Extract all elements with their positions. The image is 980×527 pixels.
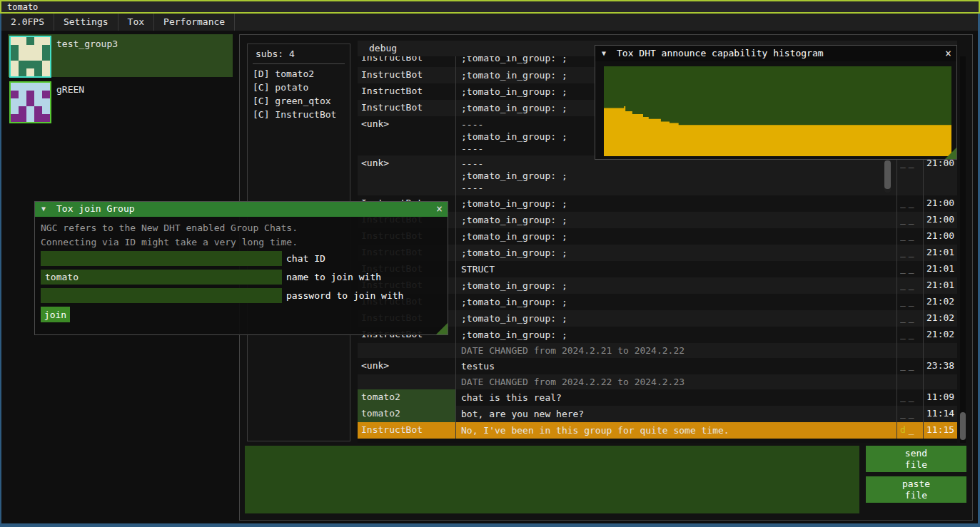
pending-mark: _ bbox=[909, 360, 917, 371]
date-divider-row[interactable]: DATE CHANGED from 2024.2.21 to 2024.2.22 bbox=[358, 343, 957, 358]
subs-member: [C] InstructBot bbox=[253, 109, 336, 120]
avatar-pixel bbox=[26, 53, 34, 61]
message-status: __ bbox=[900, 198, 923, 208]
chat-row[interactable]: <unk>testus__23:38 bbox=[358, 358, 957, 374]
pending-mark: _ bbox=[909, 280, 917, 290]
chat-row[interactable]: tomato2chat is this real?__11:09 bbox=[358, 389, 957, 406]
pending-mark: _ bbox=[900, 214, 909, 225]
message-timestamp: 11:09 bbox=[926, 392, 957, 402]
message-input[interactable] bbox=[245, 446, 859, 513]
avatar-pixel bbox=[42, 53, 50, 61]
close-icon[interactable]: × bbox=[436, 203, 443, 215]
chat-row[interactable]: <unk>---- ;tomato_in_group: ; ----__21:0… bbox=[358, 155, 957, 195]
avatar-pixel bbox=[11, 53, 19, 61]
window-titlebar[interactable]: tomato bbox=[0, 0, 980, 14]
join-group-title: Tox join Group bbox=[56, 203, 135, 214]
collapse-arrow-icon[interactable]: ▼ bbox=[602, 49, 606, 57]
menu-item-settings[interactable]: Settings bbox=[54, 14, 118, 31]
close-icon[interactable]: × bbox=[945, 47, 951, 60]
message-status: __ bbox=[900, 329, 923, 339]
sender-name: InstructBot bbox=[361, 86, 453, 96]
join-desc-line1: NGC refers to the New DHT enabled Group … bbox=[41, 222, 298, 233]
resize-grip[interactable] bbox=[436, 323, 448, 334]
menu-item-performance[interactable]: Performance bbox=[154, 14, 235, 31]
message-text: No, I've been in this group for quite so… bbox=[461, 424, 889, 436]
message-timestamp: 11:14 bbox=[926, 408, 957, 419]
avatar-pixel bbox=[19, 61, 26, 68]
histogram-chart bbox=[604, 66, 951, 156]
subs-member: [C] potato bbox=[253, 82, 308, 93]
group-avatar bbox=[9, 81, 51, 123]
chat-id-field[interactable] bbox=[41, 251, 282, 266]
menu-item-tox[interactable]: Tox bbox=[118, 14, 154, 31]
pending-mark: _ bbox=[909, 408, 917, 419]
message-text: bot, are you new here? bbox=[461, 408, 889, 420]
collapse-arrow-icon[interactable]: ▼ bbox=[41, 205, 46, 213]
pending-mark: _ bbox=[900, 312, 909, 323]
avatar-pixel bbox=[19, 114, 26, 122]
avatar-pixel bbox=[11, 68, 19, 76]
message-text: ;tomato_in_group: ; bbox=[461, 198, 889, 210]
chat-scrollbar-track[interactable] bbox=[960, 56, 966, 443]
send-file-button[interactable]: send file bbox=[866, 446, 966, 472]
message-timestamp: 21:00 bbox=[926, 230, 957, 241]
dht-histogram-titlebar[interactable]: ▼ Tox DHT announce capability histogram … bbox=[595, 46, 956, 61]
tab-debug[interactable]: debug bbox=[369, 43, 397, 53]
join-name-label: name to join with bbox=[286, 272, 381, 282]
avatar-pixel bbox=[34, 114, 42, 122]
group-item-test_group3[interactable]: test_group3 bbox=[8, 34, 233, 77]
avatar-pixel bbox=[42, 114, 50, 122]
avatar-pixel bbox=[11, 98, 19, 106]
message-status: __ bbox=[900, 392, 923, 402]
message-status: __ bbox=[900, 280, 923, 290]
avatar-pixel bbox=[26, 45, 34, 53]
sender-name: InstructBot bbox=[361, 102, 453, 113]
date-divider-row[interactable]: DATE CHANGED from 2024.2.22 to 2024.2.23 bbox=[358, 374, 957, 389]
message-timestamp: 21:02 bbox=[926, 296, 957, 307]
avatar-pixel bbox=[11, 45, 19, 53]
sender-name: InstructBot bbox=[361, 424, 453, 435]
message-status: d_ bbox=[900, 424, 923, 435]
group-avatar bbox=[9, 36, 51, 78]
separator bbox=[253, 63, 345, 64]
avatar-pixel bbox=[11, 83, 19, 91]
menu-bar: 2.0FPSSettingsToxPerformance bbox=[1, 14, 978, 31]
menu-item-2-0fps[interactable]: 2.0FPS bbox=[1, 14, 54, 31]
subs-member: [D] tomato2 bbox=[253, 68, 314, 79]
join-name-field[interactable] bbox=[41, 270, 282, 285]
delivered-mark: d bbox=[900, 424, 909, 435]
chat-scrollbar-thumb[interactable] bbox=[960, 412, 966, 440]
message-status: __ bbox=[900, 312, 923, 323]
avatar-pixel bbox=[11, 37, 19, 45]
sender-name: <unk> bbox=[361, 118, 453, 129]
avatar-pixel bbox=[42, 68, 50, 76]
message-text: ;tomato_in_group: ; bbox=[461, 230, 889, 242]
resize-grip[interactable] bbox=[945, 148, 956, 159]
pending-mark: _ bbox=[909, 329, 917, 339]
group-item-gREEN[interactable]: gREEN bbox=[8, 80, 233, 121]
subs-count-label: subs: 4 bbox=[256, 48, 295, 59]
avatar-pixel bbox=[34, 91, 42, 98]
avatar-pixel bbox=[34, 45, 42, 53]
pending-mark: _ bbox=[909, 214, 917, 225]
subs-member: [C] green_qtox bbox=[253, 96, 331, 106]
message-status: __ bbox=[900, 214, 923, 225]
message-scrollbar-thumb[interactable] bbox=[884, 160, 891, 189]
join-group-titlebar[interactable]: ▼ Tox join Group × bbox=[35, 202, 448, 217]
avatar-pixel bbox=[42, 98, 50, 106]
paste-file-button[interactable]: paste file bbox=[866, 476, 966, 503]
chat-row[interactable]: InstructBotNo, I've been in this group f… bbox=[358, 422, 957, 439]
avatar-pixel bbox=[26, 114, 34, 122]
avatar-pixel bbox=[26, 61, 34, 68]
join-button[interactable]: join bbox=[41, 307, 70, 322]
pending-mark: _ bbox=[909, 312, 917, 323]
avatar-pixel bbox=[26, 68, 34, 76]
avatar-pixel bbox=[19, 83, 26, 91]
chat-row[interactable]: tomato2bot, are you new here?__11:14 bbox=[358, 406, 957, 422]
message-text: ;tomato_in_group: ; bbox=[461, 296, 889, 308]
avatar-pixel bbox=[34, 53, 42, 61]
sender-name: tomato2 bbox=[361, 392, 453, 402]
join-password-field[interactable] bbox=[41, 288, 282, 303]
join-desc-line2: Connecting via ID might take a very long… bbox=[41, 237, 298, 247]
message-status: __ bbox=[900, 296, 923, 307]
